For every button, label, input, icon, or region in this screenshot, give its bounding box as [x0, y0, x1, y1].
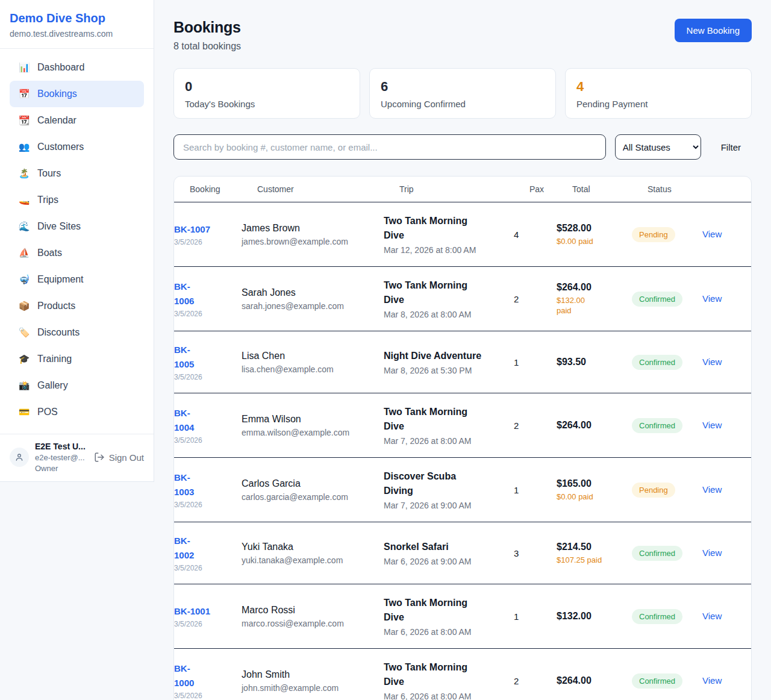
table-header-row: Booking Customer Trip Pax Total Status	[174, 177, 751, 202]
sidebar-item-training[interactable]: 🎓 Training	[10, 346, 144, 372]
nav-icon-training: 🎓	[18, 354, 30, 364]
booking-date: 3/5/2026	[174, 310, 242, 318]
table-row: BK- 1002 3/5/2026 Yuki Tanaka yuki.tanak…	[174, 522, 751, 584]
pax-count: 2	[514, 294, 557, 304]
sidebar-item-equipment[interactable]: 🤿 Equipment	[10, 266, 144, 293]
user-info: E2E Test U... e2e-tester@... Owner	[35, 442, 88, 473]
booking-date: 3/5/2026	[174, 238, 242, 246]
booking-date: 3/5/2026	[174, 620, 242, 628]
sign-out-icon	[94, 452, 105, 463]
sidebar-item-products[interactable]: 📦 Products	[10, 293, 144, 319]
pax-count: 1	[514, 611, 557, 622]
sidebar-item-bookings[interactable]: 📅 Bookings	[10, 81, 144, 107]
booking-date: 3/5/2026	[174, 373, 242, 381]
main-content: Bookings 8 total bookings New Booking 0 …	[154, 0, 771, 700]
booking-number-link[interactable]: BK- 1000	[174, 661, 242, 690]
status-badge: Confirmed	[632, 292, 682, 307]
sidebar-item-customers[interactable]: 👥 Customers	[10, 134, 144, 160]
sidebar-item-tours[interactable]: 🏝️ Tours	[10, 160, 144, 187]
sidebar-item-label: Dashboard	[37, 62, 84, 73]
booking-number-link[interactable]: BK-1007	[174, 222, 242, 237]
sidebar-item-boats[interactable]: ⛵ Boats	[10, 240, 144, 266]
sidebar-item-gallery[interactable]: 📸 Gallery	[10, 372, 144, 399]
trip-name: Two Tank Morning Dive	[384, 214, 496, 243]
total-amount: $165.00	[557, 478, 632, 489]
sign-out-button[interactable]: Sign Out	[94, 452, 144, 463]
filter-button[interactable]: Filter	[710, 137, 752, 157]
view-link[interactable]: View	[702, 420, 722, 430]
view-link[interactable]: View	[702, 611, 722, 621]
trip-datetime: Mar 6, 2026 at 8:00 AM	[384, 627, 496, 637]
sidebar-item-label: Bookings	[37, 89, 77, 99]
booking-number-link[interactable]: BK- 1004	[174, 406, 242, 435]
pax-count: 1	[514, 357, 557, 367]
customer-name: Carlos Garcia	[242, 478, 384, 489]
view-link[interactable]: View	[702, 675, 722, 686]
sidebar-item-calendar[interactable]: 📆 Calendar	[10, 107, 144, 134]
table-header-cell: Total	[572, 184, 648, 194]
booking-number-link[interactable]: BK- 1006	[174, 280, 242, 308]
nav-icon-gallery: 📸	[18, 380, 30, 391]
sidebar-item-label: Products	[37, 301, 75, 311]
trip-datetime: Mar 7, 2026 at 9:00 AM	[384, 501, 496, 510]
booking-date: 3/5/2026	[174, 501, 242, 509]
customer-name: Marco Rossi	[242, 605, 384, 616]
stat-value: 0	[185, 79, 349, 95]
customer-name: James Brown	[242, 223, 384, 234]
status-badge: Confirmed	[632, 609, 682, 624]
stat-label: Pending Payment	[576, 99, 740, 109]
table-header-cell: Trip	[399, 184, 529, 194]
nav-icon-bookings: 📅	[18, 89, 30, 99]
nav-icon-equipment: 🤿	[18, 274, 30, 285]
nav-icon-trips: 🚤	[18, 195, 30, 205]
table-row: BK- 1006 3/5/2026 Sarah Jones sarah.jone…	[174, 266, 751, 331]
view-link[interactable]: View	[702, 229, 722, 239]
status-badge: Confirmed	[632, 546, 682, 561]
status-filter-select[interactable]: All Statuses	[615, 134, 701, 160]
filter-row: All Statuses Filter	[173, 134, 752, 160]
total-amount: $264.00	[557, 675, 632, 686]
paid-amount: $0.00 paid	[557, 492, 632, 502]
table-row: BK- 1005 3/5/2026 Lisa Chen lisa.chen@ex…	[174, 331, 751, 393]
trip-name: Two Tank Morning Dive	[384, 660, 496, 689]
total-amount: $528.00	[557, 223, 632, 234]
nav-icon-discounts: 🏷️	[18, 327, 30, 338]
table-header-cell: Booking	[190, 184, 257, 194]
sidebar-item-trips[interactable]: 🚤 Trips	[10, 187, 144, 213]
view-link[interactable]: View	[702, 357, 722, 367]
stat-value: 6	[381, 79, 545, 95]
new-booking-button[interactable]: New Booking	[675, 19, 752, 42]
booking-number-link[interactable]: BK- 1005	[174, 343, 242, 372]
sidebar-item-label: Calendar	[37, 115, 76, 126]
stats-row: 0 Today's Bookings 6 Upcoming Confirmed …	[173, 68, 752, 119]
user-icon	[14, 452, 24, 462]
avatar	[10, 448, 29, 467]
shop-domain: demo.test.divestreams.com	[10, 29, 144, 39]
sidebar-nav: 📊 Dashboard 📅 Bookings 📆 Calendar 👥 Cust…	[0, 49, 154, 434]
booking-number-link[interactable]: BK-1001	[174, 604, 242, 619]
view-link[interactable]: View	[702, 293, 722, 304]
booking-number-link[interactable]: BK- 1002	[174, 534, 242, 563]
booking-date: 3/5/2026	[174, 564, 242, 572]
customer-email: john.smith@example.com	[242, 683, 384, 693]
customer-email: james.brown@example.com	[242, 237, 384, 246]
pax-count: 3	[514, 548, 557, 558]
trip-datetime: Mar 7, 2026 at 8:00 AM	[384, 436, 496, 446]
nav-icon-tours: 🏝️	[18, 168, 30, 179]
view-link[interactable]: View	[702, 548, 722, 558]
sidebar-item-dive-sites[interactable]: 🌊 Dive Sites	[10, 213, 144, 240]
stat-label: Today's Bookings	[185, 99, 349, 109]
sidebar-item-discounts[interactable]: 🏷️ Discounts	[10, 319, 144, 346]
view-link[interactable]: View	[702, 484, 722, 495]
search-input[interactable]	[173, 134, 606, 160]
customer-name: Sarah Jones	[242, 287, 384, 298]
sidebar-item-label: Tours	[37, 168, 61, 179]
trip-name: Discover Scuba Diving	[384, 469, 496, 498]
pax-count: 2	[514, 420, 557, 431]
trip-name: Two Tank Morning Dive	[384, 596, 496, 625]
table-header-cell: Customer	[257, 184, 399, 194]
booking-number-link[interactable]: BK- 1003	[174, 470, 242, 499]
trip-datetime: Mar 8, 2026 at 8:00 AM	[384, 310, 496, 319]
sidebar-item-pos[interactable]: 💳 POS	[10, 399, 144, 425]
sidebar-item-dashboard[interactable]: 📊 Dashboard	[10, 54, 144, 81]
